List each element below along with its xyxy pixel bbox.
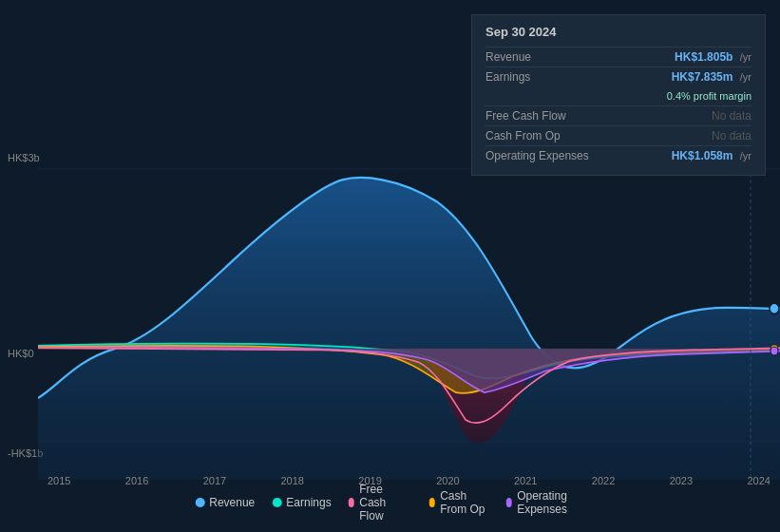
fcf-label: Free Cash Flow — [485, 109, 599, 123]
tooltip-row-revenue: Revenue HK$1.805b /yr — [485, 47, 751, 66]
x-label-2023: 2023 — [670, 475, 693, 486]
legend-dot-revenue — [195, 498, 204, 507]
legend-dot-cashfromop — [429, 498, 436, 507]
tooltip-panel: Sep 30 2024 Revenue HK$1.805b /yr Earnin… — [471, 14, 766, 176]
opex-suffix: /yr — [740, 150, 751, 162]
legend-revenue[interactable]: Revenue — [195, 496, 255, 509]
chart-svg — [0, 147, 780, 480]
chart-area: HK$3b HK$0 -HK$1b — [0, 147, 780, 480]
legend-opex[interactable]: Operating Expenses — [506, 489, 585, 516]
svg-point-4 — [770, 303, 779, 314]
legend-dot-earnings — [272, 498, 281, 507]
tooltip-row-earnings: Earnings HK$7.835m /yr — [485, 66, 751, 86]
earnings-label: Earnings — [485, 70, 599, 84]
x-label-2016: 2016 — [125, 475, 148, 486]
earnings-suffix: /yr — [740, 71, 751, 83]
chart-legend: Revenue Earnings Free Cash Flow Cash Fro… — [195, 483, 585, 522]
x-label-2015: 2015 — [48, 475, 70, 486]
tooltip-date: Sep 30 2024 — [485, 25, 751, 39]
legend-dot-opex — [506, 498, 513, 507]
legend-dot-fcf — [349, 498, 355, 507]
legend-fcf[interactable]: Free Cash Flow — [349, 483, 412, 522]
profit-margin: 0.4% profit margin — [667, 90, 751, 102]
revenue-suffix: /yr — [740, 51, 751, 63]
svg-point-6 — [770, 347, 778, 355]
tooltip-row-cashfromop: Cash From Op No data — [485, 125, 751, 145]
legend-label-revenue: Revenue — [209, 496, 255, 509]
opex-value: HK$1.058m — [672, 149, 733, 162]
x-label-2024: 2024 — [747, 475, 770, 486]
legend-cashfromop[interactable]: Cash From Op — [429, 489, 489, 516]
earnings-value: HK$7.835m — [672, 70, 733, 84]
cashfromop-value: No data — [712, 129, 751, 142]
legend-label-earnings: Earnings — [286, 496, 331, 509]
legend-earnings[interactable]: Earnings — [272, 496, 331, 509]
tooltip-row-opex: Operating Expenses HK$1.058m /yr — [485, 145, 751, 165]
cashfromop-label: Cash From Op — [485, 129, 599, 142]
x-label-2022: 2022 — [592, 475, 615, 486]
legend-label-cashfromop: Cash From Op — [440, 489, 488, 516]
revenue-label: Revenue — [485, 50, 599, 64]
revenue-value: HK$1.805b — [675, 50, 732, 64]
fcf-value: No data — [712, 109, 751, 123]
opex-label: Operating Expenses — [485, 149, 599, 162]
legend-label-opex: Operating Expenses — [517, 489, 585, 516]
legend-label-fcf: Free Cash Flow — [359, 483, 411, 522]
tooltip-row-fcf: Free Cash Flow No data — [485, 105, 751, 125]
